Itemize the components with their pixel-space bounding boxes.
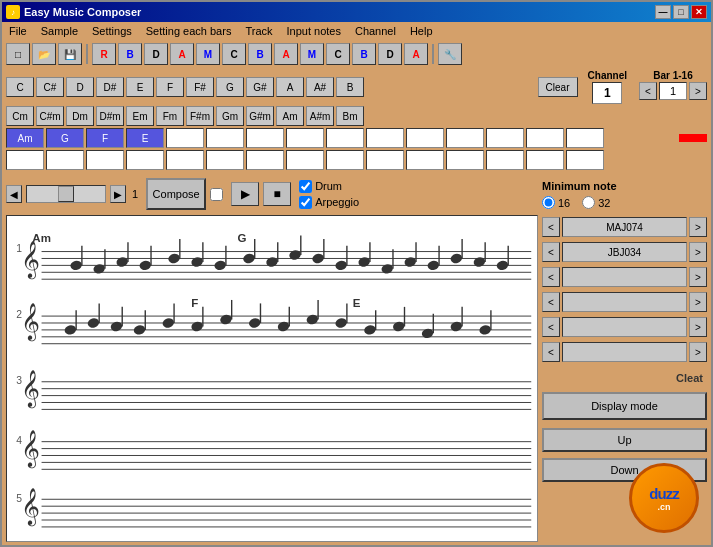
prog-cell-9[interactable] xyxy=(326,128,364,148)
bar-prev-button[interactable]: < xyxy=(639,82,657,100)
prog-cell-r2-4[interactable] xyxy=(126,150,164,170)
inst-6-prev[interactable]: < xyxy=(542,342,560,362)
inst-1-next[interactable]: > xyxy=(689,217,707,237)
compose-button[interactable]: Compose xyxy=(146,178,206,210)
key-ds[interactable]: D# xyxy=(96,77,124,97)
inst-4-prev[interactable]: < xyxy=(542,292,560,312)
key-am[interactable]: Am xyxy=(276,106,304,126)
up-button[interactable]: Up xyxy=(542,428,707,452)
toolbar-c1[interactable]: C xyxy=(222,43,246,65)
prog-cell-f[interactable]: F xyxy=(86,128,124,148)
arpeggio-checkbox[interactable] xyxy=(299,196,312,209)
prog-cell-r2-11[interactable] xyxy=(406,150,444,170)
prog-cell-r2-14[interactable] xyxy=(526,150,564,170)
prog-cell-r2-6[interactable] xyxy=(206,150,244,170)
key-fs[interactable]: F# xyxy=(186,77,214,97)
prog-cell-r2-9[interactable] xyxy=(326,150,364,170)
prog-cell-15[interactable] xyxy=(566,128,604,148)
prog-cell-r2-10[interactable] xyxy=(366,150,404,170)
stop-button[interactable]: ■ xyxy=(263,182,291,206)
menu-settings[interactable]: Settings xyxy=(89,25,135,37)
toolbar-d[interactable]: D xyxy=(144,43,168,65)
key-cm[interactable]: Cm xyxy=(6,106,34,126)
toolbar-c2[interactable]: C xyxy=(326,43,350,65)
key-gsm[interactable]: G#m xyxy=(246,106,274,126)
toolbar-wrench[interactable]: 🔧 xyxy=(438,43,462,65)
key-b[interactable]: B xyxy=(336,77,364,97)
prog-cell-11[interactable] xyxy=(406,128,444,148)
key-e[interactable]: E xyxy=(126,77,154,97)
inst-3-next[interactable]: > xyxy=(689,267,707,287)
key-gm[interactable]: Gm xyxy=(216,106,244,126)
prog-cell-5[interactable] xyxy=(166,128,204,148)
prog-cell-13[interactable] xyxy=(486,128,524,148)
toolbar-new[interactable]: □ xyxy=(6,43,30,65)
menu-help[interactable]: Help xyxy=(407,25,436,37)
prog-cell-r2-15[interactable] xyxy=(566,150,604,170)
menu-file[interactable]: File xyxy=(6,25,30,37)
compose-checkbox[interactable] xyxy=(210,188,223,201)
toolbar-a1[interactable]: A xyxy=(170,43,194,65)
prog-cell-8[interactable] xyxy=(286,128,324,148)
slider-track[interactable] xyxy=(26,185,106,203)
arpeggio-label[interactable]: Arpeggio xyxy=(299,196,359,209)
key-a[interactable]: A xyxy=(276,77,304,97)
drum-label[interactable]: Drum xyxy=(299,180,359,193)
maximize-button[interactable]: □ xyxy=(673,5,689,19)
toolbar-b2[interactable]: B xyxy=(248,43,272,65)
key-fsm[interactable]: F#m xyxy=(186,106,214,126)
menu-channel[interactable]: Channel xyxy=(352,25,399,37)
toolbar-a3[interactable]: A xyxy=(404,43,428,65)
toolbar-save[interactable]: 💾 xyxy=(58,43,82,65)
close-button[interactable]: ✕ xyxy=(691,5,707,19)
toolbar-a2[interactable]: A xyxy=(274,43,298,65)
key-em[interactable]: Em xyxy=(126,106,154,126)
bar-next-button[interactable]: > xyxy=(689,82,707,100)
prog-cell-14[interactable] xyxy=(526,128,564,148)
prog-cell-10[interactable] xyxy=(366,128,404,148)
key-cs[interactable]: C# xyxy=(36,77,64,97)
key-bm[interactable]: Bm xyxy=(336,106,364,126)
toolbar-d2[interactable]: D xyxy=(378,43,402,65)
toolbar-open[interactable]: 📂 xyxy=(32,43,56,65)
toolbar-m2[interactable]: M xyxy=(300,43,324,65)
key-d[interactable]: D xyxy=(66,77,94,97)
prog-cell-r2-12[interactable] xyxy=(446,150,484,170)
clear-button[interactable]: Clear xyxy=(538,77,578,97)
slider-right-button[interactable]: ▶ xyxy=(110,185,126,203)
display-mode-button[interactable]: Display mode xyxy=(542,392,707,420)
key-fm[interactable]: Fm xyxy=(156,106,184,126)
prog-cell-r2-13[interactable] xyxy=(486,150,524,170)
prog-cell-am[interactable]: Am xyxy=(6,128,44,148)
key-gs[interactable]: G# xyxy=(246,77,274,97)
key-g[interactable]: G xyxy=(216,77,244,97)
prog-cell-r2-1[interactable] xyxy=(6,150,44,170)
radio-16[interactable] xyxy=(542,196,555,209)
inst-2-next[interactable]: > xyxy=(689,242,707,262)
slider-left-button[interactable]: ◀ xyxy=(6,185,22,203)
key-as[interactable]: A# xyxy=(306,77,334,97)
prog-cell-r2-2[interactable] xyxy=(46,150,84,170)
radio-16-label[interactable]: 16 xyxy=(542,196,570,209)
play-button[interactable]: ▶ xyxy=(231,182,259,206)
key-c[interactable]: C xyxy=(6,77,34,97)
inst-3-prev[interactable]: < xyxy=(542,267,560,287)
prog-cell-r2-8[interactable] xyxy=(286,150,324,170)
radio-32[interactable] xyxy=(582,196,595,209)
menu-input-notes[interactable]: Input notes xyxy=(284,25,344,37)
inst-5-next[interactable]: > xyxy=(689,317,707,337)
key-asm[interactable]: A#m xyxy=(306,106,334,126)
prog-cell-r2-3[interactable] xyxy=(86,150,124,170)
key-csm[interactable]: C#m xyxy=(36,106,64,126)
menu-sample[interactable]: Sample xyxy=(38,25,81,37)
key-f[interactable]: F xyxy=(156,77,184,97)
prog-cell-6[interactable] xyxy=(206,128,244,148)
inst-6-next[interactable]: > xyxy=(689,342,707,362)
toolbar-b3[interactable]: B xyxy=(352,43,376,65)
toolbar-b1[interactable]: B xyxy=(118,43,142,65)
menu-setting-each-bars[interactable]: Setting each bars xyxy=(143,25,235,37)
radio-32-label[interactable]: 32 xyxy=(582,196,610,209)
prog-cell-r2-5[interactable] xyxy=(166,150,204,170)
inst-1-prev[interactable]: < xyxy=(542,217,560,237)
toolbar-r[interactable]: R xyxy=(92,43,116,65)
